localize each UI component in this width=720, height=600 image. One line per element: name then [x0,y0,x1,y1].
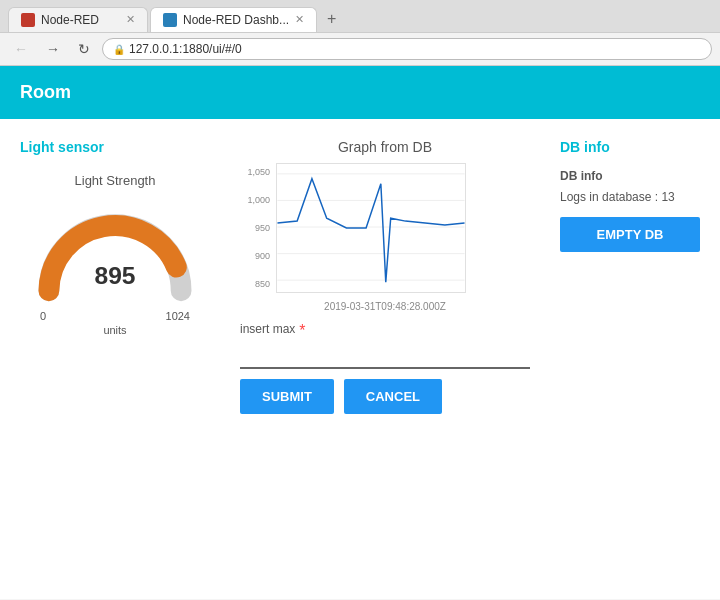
line-chart [276,163,466,293]
tab-bar: Node-RED ✕ Node-RED Dashb... ✕ + [0,0,720,32]
refresh-button[interactable]: ↻ [72,39,96,59]
graph-panel: Graph from DB 1,050 1,000 950 900 850 [230,129,540,589]
main-content: Light sensor Light Strength 895 0 1024 [0,119,720,599]
address-bar[interactable]: 🔒 127.0.0.1:1880/ui/#/0 [102,38,712,60]
db-logs-label: Logs in database : 13 [560,188,700,207]
submit-button[interactable]: SUBMIT [240,379,334,414]
gauge-labels: 0 1024 [30,310,200,322]
gauge-value-text: 895 [95,262,136,289]
app-header: Room [0,66,720,119]
insert-max-input[interactable] [240,344,530,369]
gauge-units: units [30,324,200,336]
tab-label-dashboard: Node-RED Dashb... [183,13,289,27]
cancel-button[interactable]: CANCEL [344,379,442,414]
light-sensor-panel: Light sensor Light Strength 895 0 1024 [10,129,220,589]
empty-db-button[interactable]: EMPTY DB [560,217,700,252]
y-label-900: 900 [240,251,270,261]
nav-bar: ← → ↻ 🔒 127.0.0.1:1880/ui/#/0 [0,32,720,65]
tab-close-node-red[interactable]: ✕ [126,13,135,26]
graph-inner [276,163,530,297]
required-marker: * [299,322,305,340]
db-info-box: DB info Logs in database : 13 [560,167,700,207]
tab-node-red[interactable]: Node-RED ✕ [8,7,148,32]
gauge-container: Light Strength 895 0 1024 units [20,163,210,346]
gauge-title: Light Strength [30,173,200,188]
forward-button[interactable]: → [40,39,66,59]
app-header-title: Room [20,82,71,102]
back-button[interactable]: ← [8,39,34,59]
lock-icon: 🔒 [113,44,125,55]
y-label-950: 950 [240,223,270,233]
light-sensor-title: Light sensor [20,139,210,155]
tab-favicon-dashboard [163,13,177,27]
new-tab-button[interactable]: + [319,6,344,32]
y-label-1000: 1,000 [240,195,270,205]
browser-chrome: Node-RED ✕ Node-RED Dashb... ✕ + ← → ↻ 🔒… [0,0,720,66]
button-row: SUBMIT CANCEL [240,379,530,414]
tab-favicon-node-red [21,13,35,27]
y-label-850: 850 [240,279,270,289]
insert-label: insert max [240,322,295,336]
y-label-1050: 1,050 [240,167,270,177]
tab-dashboard[interactable]: Node-RED Dashb... ✕ [150,7,317,32]
graph-wrapper: 1,050 1,000 950 900 850 [240,163,530,297]
db-info-panel: DB info DB info Logs in database : 13 EM… [550,129,710,589]
gauge-min-label: 0 [40,310,46,322]
y-axis-labels: 1,050 1,000 950 900 850 [240,163,276,293]
gauge-max-label: 1024 [166,310,190,322]
input-section: insert max * [240,322,530,369]
gauge-svg: 895 [30,198,200,308]
tab-label-node-red: Node-RED [41,13,99,27]
gauge-svg-wrap: 895 [30,198,200,308]
graph-title: Graph from DB [240,139,530,155]
db-info-title[interactable]: DB info [560,139,700,155]
address-text: 127.0.0.1:1880/ui/#/0 [129,42,242,56]
graph-timestamp: 2019-03-31T09:48:28.000Z [240,301,530,312]
tab-close-dashboard[interactable]: ✕ [295,13,304,26]
db-info-heading: DB info [560,167,700,186]
